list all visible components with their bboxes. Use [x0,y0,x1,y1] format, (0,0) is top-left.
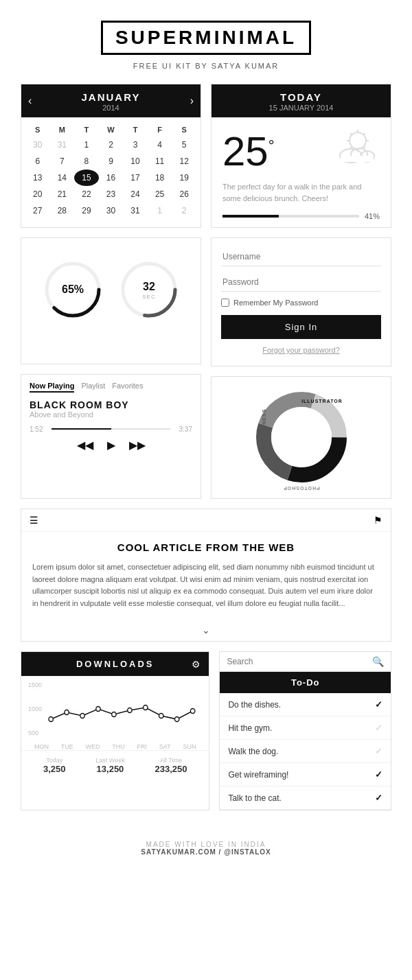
calendar-day[interactable]: 29 [74,202,99,219]
calendar-day[interactable]: 1 [74,137,99,153]
calendar-day[interactable]: 8 [74,153,99,170]
calendar-day[interactable]: 4 [148,137,172,153]
calendar-day[interactable]: 10 [123,153,148,170]
play-button[interactable]: ▶ [107,439,115,452]
calendar-day[interactable]: 19 [172,170,196,186]
calendar-day[interactable]: 2 [99,137,124,153]
weather-main: 25° [222,127,380,176]
svg-point-33 [128,708,132,713]
calendar-day[interactable]: 18 [148,170,172,186]
calendar-grid: SMTWTFS 30311234567891011121314151617181… [25,123,196,219]
calendar-day[interactable]: 16 [99,170,124,186]
calendar-prev-button[interactable]: ‹ [28,95,32,107]
day-label: SAT [159,743,171,750]
y-axis-labels: 1500 1000 500 [28,681,42,736]
search-bar: 🔍 [220,652,391,672]
svg-point-36 [175,717,179,722]
stat-label: Today [46,757,62,764]
stat-item: Last Week13,250 [95,756,124,774]
app-subtitle: FREE UI KIT BY SATYA KUMAR [0,62,412,70]
todo-item[interactable]: Talk to the cat.✓ [220,786,391,810]
article-content: COOL ARTICLE FROM THE WEB Lorem ipsum do… [21,532,391,619]
todo-item[interactable]: Get wireframing!✓ [220,763,391,786]
music-tabs: Now Playing Playlist Favorites [30,382,192,393]
tab-playlist[interactable]: Playlist [81,382,105,393]
calendar-day[interactable]: 6 [25,153,50,170]
calendar-day[interactable]: 12 [172,153,196,170]
svg-text:AWESOMENESS: AWESOMENESS [262,409,266,455]
calendar-day[interactable]: 26 [172,186,196,202]
weather-widget: TODAY 15 JANUARY 2014 25° [211,84,391,228]
svg-point-34 [144,705,148,710]
weather-label: TODAY [217,91,385,103]
hamburger-icon[interactable]: ☰ [30,515,38,526]
todo-header: To-Do [220,672,391,693]
todo-item[interactable]: Hit the gym.✓ [220,716,391,740]
calendar-day[interactable]: 31 [50,137,75,153]
weather-date: 15 JANUARY 2014 [217,104,385,112]
day-label: TUE [61,743,73,750]
calendar-day[interactable]: 30 [25,137,50,153]
todo-item[interactable]: Do the dishes.✓ [220,693,391,716]
calendar-day[interactable]: 24 [123,186,148,202]
svg-text:65%: 65% [62,283,84,295]
calendar-day[interactable]: 17 [123,170,148,186]
calendar-body: SMTWTFS 30311234567891011121314151617181… [21,117,201,224]
calendar-day[interactable]: 9 [99,153,124,170]
calendar-day[interactable]: 28 [50,202,75,219]
calendar-day[interactable]: 25 [148,186,172,202]
article-widget: ☰ ⚑ COOL ARTICLE FROM THE WEB Lorem ipsu… [21,509,391,642]
calendar-day[interactable]: 11 [148,153,172,170]
calendar-day[interactable]: 2 [172,202,196,219]
calendar-day[interactable]: 27 [25,202,50,219]
article-expand-button[interactable]: ⌄ [21,619,391,641]
calendar-day[interactable]: 13 [25,170,50,186]
calendar-day[interactable]: 14 [50,170,75,186]
fast-forward-button[interactable]: ▶▶ [129,439,146,452]
username-input[interactable] [221,248,381,266]
calendar-day[interactable]: 31 [123,202,148,219]
stat-item: All Time233,250 [154,756,187,774]
calendar-day[interactable]: 3 [123,137,148,153]
remember-checkbox[interactable] [221,299,229,307]
calendar-day[interactable]: 20 [25,186,50,202]
forgot-password-link[interactable]: Forgot your password? [221,346,381,354]
todo-check-icon[interactable]: ✓ [375,793,382,803]
app-title: SUPERMINIMAL [115,27,297,49]
rewind-button[interactable]: ◀◀ [77,439,93,452]
calendar-day[interactable]: 22 [74,186,99,202]
track-artist: Above and Beyond [30,410,192,419]
todo-item-text: Do the dishes. [228,700,281,710]
todo-check-icon[interactable]: ✓ [375,769,382,780]
todo-check-icon[interactable]: ✓ [375,723,382,733]
todo-item[interactable]: Walk the dog.✓ [220,740,391,763]
calendar-day[interactable]: 15 [74,170,99,186]
search-input[interactable] [227,657,372,666]
downloads-stats: Today3,250Last Week13,250All Time233,250 [21,750,209,781]
calendar-day[interactable]: 1 [148,202,172,219]
title-box: SUPERMINIMAL [101,21,311,55]
todo-check-icon[interactable]: ✓ [375,699,382,710]
password-input[interactable] [221,273,381,292]
tab-now-playing[interactable]: Now Playing [30,382,74,393]
bookmark-icon[interactable]: ⚑ [374,515,382,526]
calendar-day[interactable]: 30 [99,202,124,219]
calendar-day[interactable]: 23 [99,186,124,202]
calendar-day[interactable]: 5 [172,137,196,153]
calendar-day[interactable]: 21 [50,186,75,202]
signin-button[interactable]: Sign In [221,315,381,339]
current-time: 1:52 [30,425,49,433]
weather-progress: 41% [222,212,380,220]
search-icon[interactable]: 🔍 [372,656,384,667]
weather-description: The perfect day for a walk in the park a… [222,181,380,204]
gear-icon[interactable]: ⚙ [192,659,201,670]
todo-widget: 🔍 To-Do Do the dishes.✓Hit the gym.✓Walk… [219,651,391,810]
footer-line2: SATYAKUMAR.COM / @INSTALOX [0,848,412,856]
svg-point-37 [190,709,194,714]
calendar-day[interactable]: 7 [50,153,75,170]
calendar-next-button[interactable]: › [190,95,194,107]
day-label: SUN [183,743,196,750]
tab-favorites[interactable]: Favorites [112,382,143,393]
downloads-header: DOWNLOADS ⚙ [21,652,209,676]
todo-check-icon[interactable]: ✓ [375,746,382,756]
